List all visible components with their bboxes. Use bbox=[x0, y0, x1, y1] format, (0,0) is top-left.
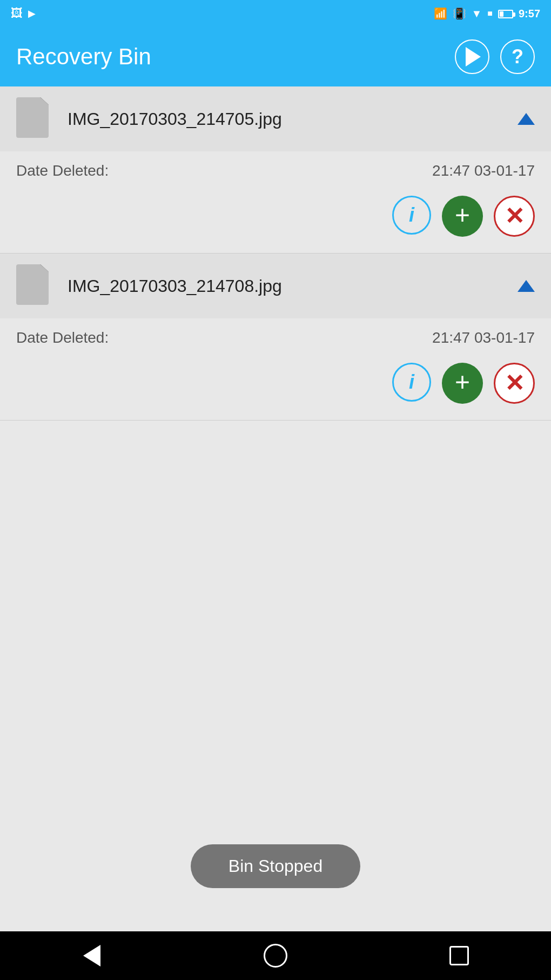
date-deleted-label-2: Date Deleted: bbox=[16, 329, 109, 346]
file-corner-2 bbox=[40, 264, 49, 272]
file-icon-1 bbox=[16, 97, 54, 141]
file-meta-1: Date Deleted: 21:47 03-01-17 bbox=[16, 162, 535, 179]
bin-stopped-button[interactable]: Bin Stopped bbox=[191, 844, 360, 888]
file-item-2: IMG_20170303_214708.jpg Date Deleted: 21… bbox=[0, 254, 551, 421]
recents-icon bbox=[449, 946, 469, 965]
nav-bar bbox=[0, 931, 551, 980]
signal-icon: ▶ bbox=[28, 8, 36, 19]
app-header: Recovery Bin ? bbox=[0, 27, 551, 86]
gallery-icon: 🖼 bbox=[11, 6, 23, 21]
back-icon bbox=[83, 945, 100, 966]
file-name-2: IMG_20170303_214708.jpg bbox=[68, 276, 518, 296]
add-button-2[interactable]: + bbox=[442, 363, 483, 404]
date-deleted-value-1: 21:47 03-01-17 bbox=[432, 162, 535, 179]
bottom-area: Bin Stopped bbox=[0, 421, 551, 931]
file-shape-2 bbox=[16, 264, 49, 305]
help-button[interactable]: ? bbox=[500, 39, 535, 74]
play-button[interactable] bbox=[455, 39, 489, 74]
file-item-1-header: IMG_20170303_214705.jpg bbox=[0, 86, 551, 151]
signal-strength-icon: ■ bbox=[487, 9, 493, 18]
file-item-1: IMG_20170303_214705.jpg Date Deleted: 21… bbox=[0, 86, 551, 254]
info-icon-2: i bbox=[409, 371, 414, 394]
add-icon-1: + bbox=[455, 202, 470, 228]
add-button-1[interactable]: + bbox=[442, 196, 483, 237]
info-button-2[interactable]: i bbox=[392, 363, 431, 402]
file-actions-1: i + ✕ bbox=[16, 196, 535, 237]
file-meta-2: Date Deleted: 21:47 03-01-17 bbox=[16, 329, 535, 346]
chevron-up-2[interactable] bbox=[518, 280, 535, 292]
file-shape-1 bbox=[16, 97, 49, 138]
file-actions-2: i + ✕ bbox=[16, 363, 535, 404]
recents-button[interactable] bbox=[443, 939, 475, 972]
bluetooth-icon: 📶 bbox=[434, 7, 447, 20]
file-corner-1 bbox=[40, 97, 49, 105]
date-deleted-label-1: Date Deleted: bbox=[16, 162, 109, 179]
play-icon bbox=[466, 47, 481, 66]
info-button-1[interactable]: i bbox=[392, 196, 431, 235]
file-item-2-body: Date Deleted: 21:47 03-01-17 i + ✕ bbox=[0, 318, 551, 420]
chevron-up-1[interactable] bbox=[518, 113, 535, 125]
app-title: Recovery Bin bbox=[16, 44, 151, 70]
status-bar-right: 📶 📳 ▼ ■ 9:57 bbox=[434, 7, 541, 20]
file-item-2-header: IMG_20170303_214708.jpg bbox=[0, 254, 551, 318]
status-bar-left: 🖼 ▶ bbox=[11, 6, 36, 21]
help-icon: ? bbox=[512, 47, 523, 66]
battery-icon bbox=[498, 8, 513, 19]
content-area: IMG_20170303_214705.jpg Date Deleted: 21… bbox=[0, 86, 551, 931]
wifi-icon: ▼ bbox=[472, 8, 482, 20]
back-button[interactable] bbox=[76, 939, 108, 972]
file-item-1-body: Date Deleted: 21:47 03-01-17 i + ✕ bbox=[0, 151, 551, 253]
vibrate-icon: 📳 bbox=[453, 7, 466, 20]
info-icon-1: i bbox=[409, 204, 414, 226]
status-bar: 🖼 ▶ 📶 📳 ▼ ■ 9:57 bbox=[0, 0, 551, 27]
file-name-1: IMG_20170303_214705.jpg bbox=[68, 109, 518, 129]
home-icon bbox=[264, 944, 287, 968]
header-actions: ? bbox=[455, 39, 535, 74]
add-icon-2: + bbox=[455, 369, 470, 395]
date-deleted-value-2: 21:47 03-01-17 bbox=[432, 329, 535, 346]
home-button[interactable] bbox=[259, 939, 292, 972]
remove-button-1[interactable]: ✕ bbox=[494, 196, 535, 237]
remove-icon-2: ✕ bbox=[505, 371, 525, 395]
status-time: 9:57 bbox=[519, 8, 540, 20]
file-icon-2 bbox=[16, 264, 54, 308]
remove-button-2[interactable]: ✕ bbox=[494, 363, 535, 404]
remove-icon-1: ✕ bbox=[505, 204, 525, 228]
